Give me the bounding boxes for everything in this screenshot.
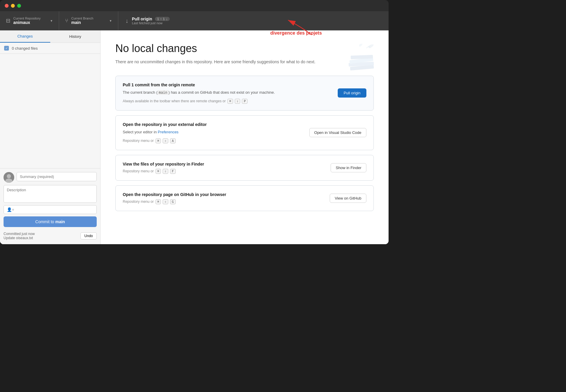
editor-suggestion-body: Select your editor in Preferences — [123, 129, 303, 135]
branch-label: Current Branch — [71, 17, 93, 20]
pull-subtitle: Last fetched just now — [132, 21, 170, 25]
shortcut-cmd: ⌘ — [227, 99, 233, 104]
maximize-button[interactable] — [17, 4, 21, 8]
coauthors-icon: 👤+ — [7, 207, 14, 212]
illustration — [344, 42, 380, 82]
github-suggestion-title: Open the repository page on GitHub in yo… — [123, 192, 324, 197]
pull-suggestion-hint: Always available in the toolbar when the… — [123, 99, 332, 104]
description-input[interactable] — [4, 185, 97, 203]
sidebar: Changes History 0 changed files — [0, 30, 101, 244]
main-panel: No local changes There are no uncommitte… — [101, 30, 389, 244]
changed-files-row: 0 changed files — [0, 43, 100, 54]
tab-history[interactable]: History — [50, 30, 101, 43]
commit-form-header — [4, 172, 97, 183]
open-vscode-button[interactable]: Open in Visual Studio Code — [309, 128, 366, 137]
repo-selector[interactable]: ⊟ Current Repository animaux ▼ — [0, 11, 59, 30]
commit-status-text: Committed just now — [4, 232, 35, 236]
pull-badge-down-arrow: ↓ — [166, 17, 168, 21]
toolbar: ⊟ Current Repository animaux ▼ ⑂ Current… — [0, 11, 389, 30]
changed-files-count: 0 changed files — [12, 46, 38, 51]
suggestion-card-editor: Open the repository in your external edi… — [115, 115, 374, 150]
commit-form: 👤+ Commit to main Committed just now Upd… — [4, 172, 97, 241]
coauthors-button[interactable]: 👤+ — [4, 205, 97, 214]
sidebar-bottom: 👤+ Commit to main Committed just now Upd… — [0, 168, 100, 244]
branch-selector[interactable]: ⑂ Current Branch main ▼ — [59, 11, 118, 30]
repo-name: animaux — [13, 20, 41, 25]
finder-suggestion-title: View the files of your repository in Fin… — [123, 162, 325, 166]
commit-status: Committed just now Update oiseaux.txt Un… — [4, 229, 97, 241]
shortcut-shift3: ⇧ — [163, 169, 168, 174]
shortcut-cmd4: ⌘ — [156, 199, 161, 204]
no-changes-subtitle: There are no uncommitted changes in this… — [115, 59, 316, 65]
summary-input[interactable] — [17, 172, 97, 181]
github-suggestion-hint: Repository menu or ⌘ ⇧ G — [123, 199, 324, 204]
repo-label: Current Repository — [13, 17, 41, 20]
shortcut-a: A — [170, 138, 176, 143]
shortcut-p: P — [242, 99, 248, 104]
app-body: Changes History 0 changed files — [0, 30, 389, 244]
pull-label: Pull origin — [132, 17, 152, 21]
commit-button[interactable]: Commit to main — [4, 216, 97, 227]
suggestion-card-github: Open the repository page on GitHub in yo… — [115, 185, 374, 211]
branch-icon: ⑂ — [65, 18, 68, 24]
sidebar-tabs: Changes History — [0, 30, 100, 43]
title-bar — [0, 0, 389, 11]
undo-button[interactable]: Undo — [80, 232, 97, 239]
view-on-github-button[interactable]: View on GitHub — [330, 194, 366, 203]
branch-name: main — [71, 20, 93, 25]
pull-icon: ↓ — [125, 17, 128, 24]
minimize-button[interactable] — [11, 4, 15, 8]
svg-point-2 — [7, 174, 11, 178]
shortcut-cmd2: ⌘ — [156, 138, 161, 143]
suggestion-card-pull: Pull 1 commit from the origin remote The… — [115, 76, 374, 111]
no-changes-title: No local changes — [115, 42, 374, 55]
pull-badge-down-count: 1 — [163, 17, 165, 21]
shortcut-g: G — [170, 199, 176, 204]
avatar — [4, 172, 14, 183]
tab-changes[interactable]: Changes — [0, 30, 50, 43]
shortcut-shift: ⇧ — [235, 99, 240, 104]
pull-badge-up-count: 1 — [157, 17, 159, 21]
pull-suggestion-title: Pull 1 commit from the origin remote — [123, 82, 332, 87]
pull-badge-up-arrow: ↑ — [160, 17, 162, 21]
shortcut-shift4: ⇧ — [163, 199, 168, 204]
traffic-lights — [5, 4, 21, 8]
editor-suggestion-hint: Repository menu or ⌘ ⇧ A — [123, 138, 303, 143]
select-all-checkbox[interactable] — [4, 46, 9, 51]
branch-chevron-icon: ▼ — [109, 19, 112, 22]
editor-suggestion-title: Open the repository in your external edi… — [123, 122, 303, 127]
shortcut-f: F — [170, 169, 176, 174]
repo-icon: ⊟ — [6, 17, 10, 24]
shortcut-cmd3: ⌘ — [156, 169, 161, 174]
commit-status-detail: Update oiseaux.txt — [4, 236, 35, 240]
pull-badge: 1 ↑ 1 ↓ — [155, 17, 169, 21]
pull-origin-action-button[interactable]: Pull origin — [338, 88, 366, 98]
pull-suggestion-body: The current branch (main) has a commit o… — [123, 90, 332, 96]
preferences-link[interactable]: Preferences — [158, 130, 179, 134]
suggestion-card-finder: View the files of your repository in Fin… — [115, 155, 374, 181]
shortcut-shift2: ⇧ — [163, 138, 168, 143]
show-in-finder-button[interactable]: Show in Finder — [331, 163, 366, 172]
close-button[interactable] — [5, 4, 9, 8]
sidebar-file-list — [0, 54, 100, 168]
finder-suggestion-hint: Repository menu or ⌘ ⇧ F — [123, 169, 325, 174]
pull-origin-button[interactable]: ↓ Pull origin 1 ↑ 1 ↓ Last fetched just … — [118, 11, 389, 30]
repo-chevron-icon: ▼ — [50, 19, 53, 22]
